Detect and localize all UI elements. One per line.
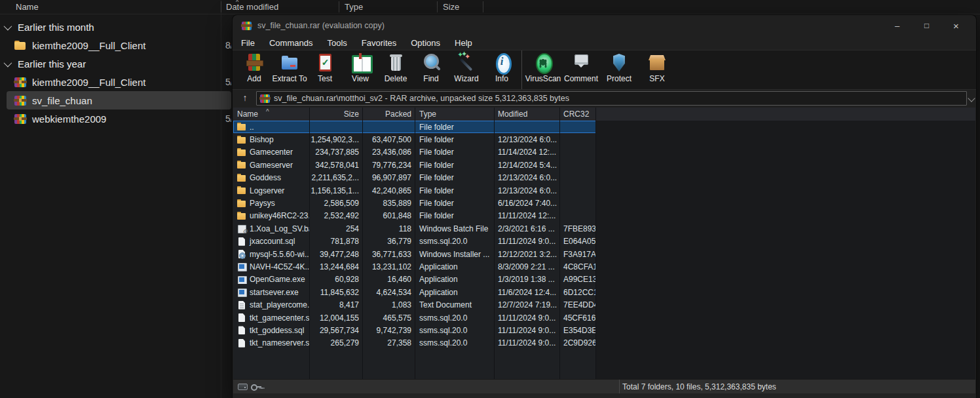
toolbar-button[interactable]: Find <box>413 50 449 89</box>
file-packed-cell: 835,889 <box>362 199 415 208</box>
explorer-list-item[interactable]: Earlier this year <box>0 54 231 73</box>
toolbar-button[interactable]: Info <box>484 50 519 89</box>
file-row[interactable]: unikey46RC2-23... 2,532,492 601,848 File… <box>233 210 596 222</box>
column-header-modified[interactable]: Modified <box>494 108 559 121</box>
toolbar-icon <box>278 52 301 73</box>
file-row[interactable]: Logserver 1,156,135,1... 42,240,865 File… <box>233 184 596 197</box>
menu-item[interactable]: Commands <box>262 38 320 48</box>
file-row[interactable]: jxaccount.sql 781,878 36,779 ssms.sql.20… <box>233 235 596 248</box>
file-modified-cell: 12/12/2021 3:2... <box>494 250 559 259</box>
column-divider[interactable] <box>437 1 438 12</box>
date-modified-fragment: 5/ <box>225 77 231 87</box>
explorer-column-size[interactable]: Size <box>443 2 459 12</box>
file-type-icon <box>237 174 246 182</box>
chevron-down-icon[interactable] <box>4 58 12 67</box>
menu-item[interactable]: File <box>234 38 262 48</box>
column-divider[interactable] <box>221 1 221 12</box>
file-row[interactable]: Goddess 2,211,635,2... 96,907,897 File f… <box>233 172 596 184</box>
file-row[interactable]: NAVH-4C5Z-4K... 13,244,684 13,231,102 Ap… <box>233 260 596 273</box>
file-crc32-cell: 7FBE8939 <box>559 224 596 233</box>
file-type-cell: File folder <box>415 123 494 132</box>
file-type-icon <box>237 161 246 169</box>
toolbar-button[interactable]: Protect <box>600 50 638 89</box>
file-crc32-cell: E064A056 <box>559 237 596 246</box>
column-divider[interactable] <box>483 1 483 12</box>
menu-item[interactable]: Options <box>404 38 447 48</box>
file-packed-cell: 96,907,897 <box>362 173 415 182</box>
toolbar-button[interactable]: SFX <box>638 50 676 89</box>
column-header-packed[interactable]: Packed <box>362 108 415 121</box>
file-row[interactable]: tkt_goddess.sql 29,567,734 9,742,739 ssm… <box>233 324 596 336</box>
file-modified-cell: 11/11/2024 9:0... <box>494 326 559 335</box>
file-type-icon <box>14 114 26 124</box>
file-list-empty-area <box>596 121 975 379</box>
toolbar-button[interactable]: Add <box>236 50 272 89</box>
toolbar-icon <box>243 52 265 73</box>
file-row[interactable]: mysql-5.5.60-wi... 39,477,248 36,771,633… <box>233 248 596 260</box>
file-row[interactable]: Paysys 2,586,509 835,889 File folder 6/1… <box>233 197 596 209</box>
minimize-button[interactable]: – <box>882 15 912 36</box>
file-row[interactable]: stat_playercome... 8,417 1,083 Text Docu… <box>233 298 596 311</box>
maximize-button[interactable]: □ <box>912 15 941 36</box>
file-row[interactable]: Gameserver 342,578,041 79,776,234 File f… <box>233 159 596 171</box>
menu-item[interactable]: Favorites <box>354 38 404 48</box>
toolbar-button-label: View <box>352 74 369 83</box>
toolbar-button[interactable]: Test <box>307 50 343 89</box>
toolbar-button[interactable]: Extract To <box>272 50 307 89</box>
file-size-cell: 254 <box>309 224 362 233</box>
column-header-name[interactable]: Name ^ <box>233 108 309 121</box>
drive-icon[interactable] <box>238 384 248 390</box>
file-type-cell: Application <box>415 262 494 271</box>
file-packed-cell: 63,407,500 <box>362 135 415 144</box>
column-header-crc32[interactable]: CRC32 <box>559 108 596 121</box>
explorer-column-name[interactable]: Name <box>16 2 39 12</box>
file-name-cell: NAVH-4C5Z-4K... <box>233 262 309 271</box>
file-row[interactable]: 1.Xoa_Log_SV.bat 254 118 Windows Batch F… <box>233 222 596 235</box>
explorer-list-item[interactable]: kiemthe2009__Full_Client 8/ <box>0 36 231 54</box>
menu-item[interactable]: Help <box>447 38 480 48</box>
menu-item[interactable]: Tools <box>320 38 354 48</box>
file-modified-cell: 1/3/2019 1:38 ... <box>494 275 559 284</box>
explorer-list-item[interactable]: sv_file_chuan 5/ <box>7 91 231 109</box>
file-size-cell: 8,417 <box>309 300 362 309</box>
title-bar[interactable]: sv_file_chuan.rar (evaluation copy) – □ … <box>233 15 976 36</box>
toolbar-button[interactable]: View <box>343 50 378 89</box>
file-modified-cell: 11/6/2024 12:4... <box>494 288 559 297</box>
file-row[interactable]: tkt_nameserver.s... 265,279 27,358 ssms.… <box>233 337 596 349</box>
address-dropdown-icon[interactable] <box>968 94 975 102</box>
file-packed-cell: 1,083 <box>362 300 415 309</box>
window-controls: – □ × <box>882 15 971 36</box>
up-directory-button[interactable]: ↑ <box>237 91 253 105</box>
file-row[interactable]: OpenGame.exe 60,928 16,460 Application 1… <box>233 273 596 286</box>
column-header-size[interactable]: Size <box>309 108 362 121</box>
toolbar-button[interactable]: Delete <box>378 50 413 89</box>
file-row[interactable]: Gamecenter 234,737,885 23,436,086 File f… <box>233 146 596 159</box>
chevron-down-icon[interactable] <box>4 22 12 30</box>
file-type-cell: Application <box>415 288 494 297</box>
toolbar-button-label: Delete <box>385 74 407 83</box>
key-icon[interactable] <box>251 382 261 391</box>
close-button[interactable]: × <box>941 15 971 36</box>
explorer-list-item[interactable]: Earlier this month <box>0 18 231 36</box>
toolbar-button[interactable]: VirusScan <box>524 50 562 89</box>
toolbar-icon <box>570 52 592 73</box>
file-packed-cell: 16,460 <box>362 275 415 284</box>
file-name-cell: 1.Xoa_Log_SV.bat <box>233 224 309 233</box>
file-row[interactable]: startsever.exe 11,845,632 4,624,534 Appl… <box>233 286 596 298</box>
explorer-list-item[interactable]: webkiemthe2009 5/ <box>0 109 231 128</box>
explorer-column-date-modified[interactable]: Date modified <box>226 2 278 12</box>
file-name-cell: mysql-5.5.60-wi... <box>233 250 309 259</box>
file-size-cell: 1,254,902,3... <box>309 135 362 144</box>
toolbar-button[interactable]: Comment <box>562 50 600 89</box>
file-row[interactable]: .. File folder <box>233 121 596 133</box>
file-row[interactable]: Bishop 1,254,902,3... 63,407,500 File fo… <box>233 133 596 146</box>
explorer-column-type[interactable]: Type <box>345 2 363 12</box>
status-bar: Total 7 folders, 10 files, 5,312,363,835… <box>233 379 975 393</box>
column-header-type[interactable]: Type <box>415 108 494 121</box>
address-row: ↑ sv_file_chuan.rar\motthoi_sv2 - RAR ar… <box>233 90 976 108</box>
address-bar[interactable]: sv_file_chuan.rar\motthoi_sv2 - RAR arch… <box>256 91 967 106</box>
column-divider[interactable] <box>339 1 339 12</box>
toolbar-button[interactable]: Wizard <box>449 50 484 89</box>
explorer-list-item[interactable]: kiemthe2009__Full_Client 5/ <box>0 73 231 91</box>
file-row[interactable]: tkt_gamecenter.s... 12,004,155 465,575 s… <box>233 311 596 324</box>
